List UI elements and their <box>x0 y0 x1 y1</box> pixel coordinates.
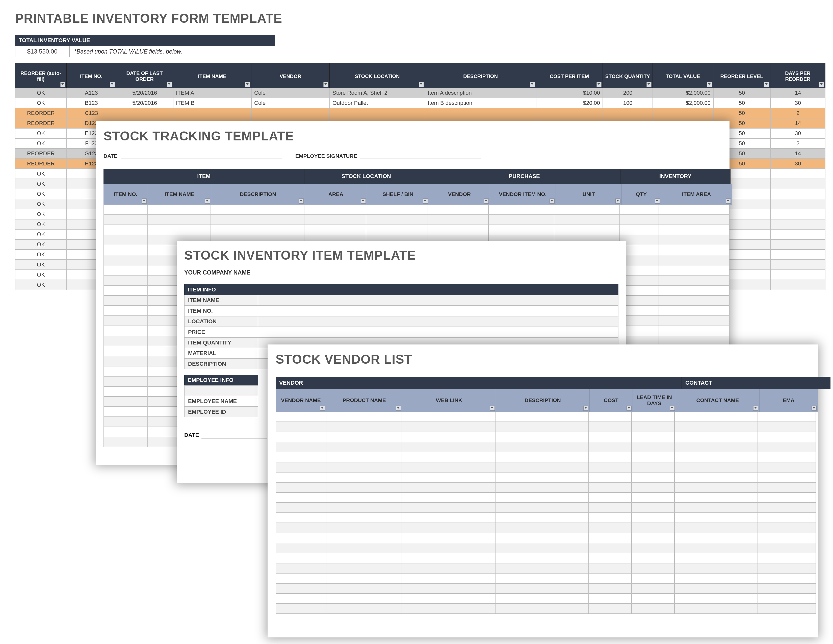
sub-header[interactable]: CONTACT NAME <box>676 389 759 412</box>
cell[interactable] <box>276 573 326 583</box>
sub-header[interactable]: VENDOR ITEM NO. <box>490 184 556 205</box>
cell[interactable] <box>103 204 148 215</box>
cell[interactable]: OK <box>15 169 67 179</box>
cell[interactable] <box>103 396 148 407</box>
cell[interactable]: 30 <box>770 159 825 169</box>
cell[interactable] <box>589 432 632 442</box>
cell[interactable] <box>758 502 816 513</box>
cell[interactable] <box>674 422 758 432</box>
cell[interactable] <box>659 225 730 235</box>
cell[interactable] <box>103 417 148 427</box>
cell[interactable]: 30 <box>770 128 825 138</box>
cell[interactable]: OK <box>15 270 67 280</box>
cell[interactable] <box>495 543 589 553</box>
cell[interactable]: C123 <box>67 108 116 118</box>
cell[interactable]: OK <box>15 229 67 240</box>
filter-icon[interactable] <box>819 82 824 87</box>
cell[interactable] <box>495 553 589 563</box>
col-header[interactable]: REORDER (auto-fill) <box>15 63 67 88</box>
cell[interactable] <box>758 553 816 563</box>
cell[interactable]: 30 <box>770 98 825 108</box>
cell[interactable] <box>103 356 148 366</box>
filter-icon[interactable] <box>320 406 325 411</box>
cell[interactable] <box>402 543 495 553</box>
cell[interactable]: 50 <box>713 108 770 118</box>
cell[interactable] <box>326 594 402 604</box>
cell[interactable] <box>326 493 402 502</box>
cell[interactable] <box>148 204 211 215</box>
cell[interactable] <box>758 594 816 604</box>
cell[interactable] <box>659 215 730 225</box>
cell[interactable] <box>674 553 758 563</box>
col-header[interactable]: DATE OF LAST ORDER <box>116 63 173 88</box>
cell[interactable] <box>276 472 326 482</box>
cell[interactable] <box>103 245 148 255</box>
cell[interactable] <box>758 583 816 594</box>
cell[interactable]: Cole <box>251 88 330 98</box>
cell[interactable] <box>304 204 366 215</box>
cell[interactable] <box>103 265 148 275</box>
cell[interactable] <box>495 594 589 604</box>
cell[interactable]: 5/20/2016 <box>116 98 173 108</box>
cell[interactable]: OK <box>15 199 67 209</box>
cell[interactable] <box>326 523 402 533</box>
cell[interactable] <box>770 259 825 270</box>
cell[interactable] <box>495 422 589 432</box>
filter-icon[interactable] <box>670 406 675 411</box>
cell[interactable] <box>103 336 148 346</box>
cell[interactable] <box>758 533 816 543</box>
sub-header[interactable]: WEB LINK <box>402 389 496 412</box>
filter-icon[interactable] <box>646 82 651 87</box>
cell[interactable] <box>489 225 554 235</box>
filter-icon[interactable] <box>423 198 428 204</box>
cell[interactable]: OK <box>15 138 67 148</box>
cell[interactable] <box>758 493 816 502</box>
cell[interactable] <box>103 285 148 295</box>
cell[interactable] <box>770 240 825 250</box>
filter-icon[interactable] <box>764 82 769 87</box>
cell[interactable] <box>103 346 148 356</box>
cell[interactable] <box>589 543 632 553</box>
cell[interactable] <box>674 502 758 513</box>
cell[interactable]: 50 <box>713 98 770 108</box>
cell[interactable] <box>770 250 825 259</box>
cell[interactable]: Outdoor Pallet <box>330 98 425 108</box>
cell[interactable] <box>489 215 554 225</box>
col-header[interactable]: ITEM NAME <box>173 63 251 88</box>
cell[interactable] <box>495 604 589 614</box>
cell[interactable] <box>326 422 402 432</box>
cell[interactable] <box>116 108 173 118</box>
cell[interactable] <box>674 604 758 614</box>
cell[interactable]: OK <box>15 240 67 250</box>
cell[interactable] <box>589 482 632 493</box>
cell[interactable] <box>326 604 402 614</box>
sub-header[interactable]: LEAD TIME IN DAYS <box>633 389 676 412</box>
cell[interactable] <box>770 199 825 209</box>
cell[interactable] <box>674 543 758 553</box>
cell[interactable]: OK <box>15 280 67 290</box>
filter-icon[interactable] <box>753 406 758 411</box>
cell[interactable] <box>632 442 674 452</box>
cell[interactable] <box>402 594 495 604</box>
cell[interactable] <box>632 583 674 594</box>
cell[interactable] <box>674 563 758 573</box>
cell[interactable] <box>659 316 730 326</box>
cell[interactable] <box>402 472 495 482</box>
cell[interactable]: OK <box>15 189 67 199</box>
cell[interactable] <box>402 523 495 533</box>
sub-header[interactable]: ITEM AREA <box>661 184 732 205</box>
filter-icon[interactable] <box>655 198 660 204</box>
col-header[interactable]: STOCK LOCATION <box>330 63 425 88</box>
cell[interactable]: 200 <box>603 88 653 98</box>
cell[interactable]: 14 <box>770 88 825 98</box>
filter-icon[interactable] <box>812 406 817 411</box>
cell[interactable] <box>620 215 659 225</box>
cell[interactable] <box>326 412 402 422</box>
cell[interactable] <box>653 108 713 118</box>
cell[interactable] <box>659 204 730 215</box>
cell[interactable] <box>674 573 758 583</box>
cell[interactable] <box>326 513 402 523</box>
cell[interactable] <box>402 412 495 422</box>
cell[interactable] <box>103 326 148 336</box>
cell[interactable] <box>251 108 330 118</box>
